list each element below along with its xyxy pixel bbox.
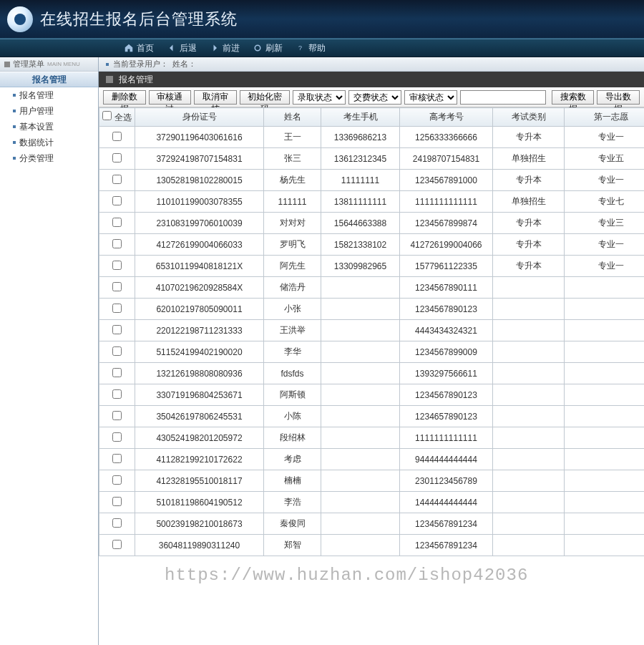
menu-group-title[interactable]: 报名管理 (0, 72, 98, 87)
admit-status-select[interactable]: 录取状态 (293, 90, 346, 105)
cell-name: 储浩丹 (264, 277, 321, 299)
table-row[interactable]: 41070219620928584X储浩丹1234567890111 (99, 277, 645, 299)
sidebar-item-3[interactable]: 数据统计 (0, 135, 98, 150)
table-row[interactable]: 1101011990030783551111111381111111111111… (99, 191, 645, 213)
row-checkbox[interactable] (112, 368, 122, 377)
table-row[interactable]: 510181198604190512李浩1444444444444 (99, 492, 645, 513)
row-checkbox[interactable] (112, 518, 122, 528)
row-checkbox[interactable] (112, 132, 122, 141)
table-row[interactable]: 36048119890311240郑智1234567891234 (99, 535, 645, 556)
cell-exam: 1234567890123 (400, 384, 493, 406)
delete-button[interactable]: 删除数据 (103, 90, 146, 105)
sidebar-item-4[interactable]: 分类管理 (0, 150, 98, 166)
cell-name: 考虑 (264, 449, 321, 470)
cell-id: 65310119940818121X (135, 256, 264, 277)
row-checkbox[interactable] (112, 239, 122, 248)
col-type[interactable]: 考试类别 (493, 108, 565, 127)
row-checkbox[interactable] (112, 218, 122, 227)
row-checkbox[interactable] (112, 175, 122, 184)
table-row[interactable]: 372924198707154831张三13612312345241987071… (99, 148, 645, 170)
nav-refresh-label: 刷新 (265, 42, 283, 54)
nav-forward[interactable]: 前进 (204, 42, 245, 54)
table-row[interactable]: 350426197806245531小陈1234657890123 (99, 406, 645, 427)
pay-status-select[interactable]: 交费状态 (348, 90, 401, 105)
cell-type: 专升本 (493, 256, 565, 277)
row-checkbox[interactable] (112, 261, 122, 270)
sidebar: 管理菜单 MAIN MENU 报名管理 报名管理用户管理基本设置数据统计分类管理 (0, 57, 99, 645)
row-checkbox[interactable] (112, 304, 122, 313)
table-row[interactable]: 511524199402190020李华1234567899009 (99, 341, 645, 363)
dot-icon (106, 63, 109, 66)
cell-phone (321, 406, 400, 427)
table-row[interactable]: 620102197805090011小张1234567890123 (99, 299, 645, 320)
cell-type (493, 341, 565, 363)
nav-back[interactable]: 后退 (161, 42, 203, 54)
select-all-checkbox[interactable] (102, 111, 112, 120)
cell-exam: 1393297566611 (400, 363, 493, 384)
row-checkbox[interactable] (112, 346, 122, 356)
row-checkbox[interactable] (112, 497, 122, 506)
cell-name: 罗明飞 (264, 234, 321, 256)
sidebar-item-2[interactable]: 基本设置 (0, 119, 98, 135)
init-password-button[interactable]: 初始化密码 (240, 90, 290, 105)
row-checkbox[interactable] (112, 475, 122, 485)
audit-status-select[interactable]: 审核状态 (404, 90, 457, 105)
cell-name: 李华 (264, 341, 321, 363)
table-row[interactable]: 500239198210018673秦俊同1234567891234 (99, 513, 645, 535)
col-wish[interactable]: 第一志愿 (565, 108, 645, 127)
row-checkbox[interactable] (112, 153, 122, 163)
nav-help-label: 帮助 (308, 42, 326, 54)
table-row[interactable]: 412726199004066033罗明飞1582133810241272619… (99, 234, 645, 256)
col-phone[interactable]: 考生手机 (321, 108, 400, 127)
row-checkbox[interactable] (112, 540, 122, 549)
cell-phone (321, 427, 400, 449)
table-row[interactable]: 411282199210172622考虑9444444444444 (99, 449, 645, 470)
cell-wish: 专业一 (565, 256, 645, 277)
table-wrap[interactable]: 全选 身份证号 姓名 考生手机 高考考号 考试类别 第一志愿 372901196… (99, 107, 644, 645)
sidebar-item-0[interactable]: 报名管理 (0, 87, 98, 103)
search-input[interactable] (460, 90, 546, 105)
table-row[interactable]: 132126198808080936fdsfds1393297566611 (99, 363, 645, 384)
table-row[interactable]: 412328195510018117楠楠2301123456789 (99, 470, 645, 492)
table-row[interactable]: 372901196403061616王一13369686213125633336… (99, 127, 645, 148)
search-button[interactable]: 搜索数据 (552, 90, 595, 105)
nav-help[interactable]: ? 帮助 (290, 42, 331, 54)
table-row[interactable]: 330719196804253671阿斯顿1234567890123 (99, 384, 645, 406)
row-checkbox[interactable] (112, 325, 122, 334)
help-icon: ? (296, 43, 306, 53)
table-row[interactable]: 430524198201205972段绍林1111111111111 (99, 427, 645, 449)
col-name[interactable]: 姓名 (264, 108, 321, 127)
nav-refresh[interactable]: 刷新 (247, 42, 288, 54)
export-button[interactable]: 导出数据 (597, 90, 640, 105)
row-checkbox[interactable] (112, 454, 122, 463)
menu-icon (4, 62, 10, 67)
table-row[interactable]: 130528198102280015杨先生1111111112345678910… (99, 170, 645, 191)
cell-type (493, 277, 565, 299)
table-row[interactable]: 65310119940818121X阿先生1330998296515779611… (99, 256, 645, 277)
sidebar-item-1[interactable]: 用户管理 (0, 103, 98, 119)
cell-name: 秦俊同 (264, 513, 321, 535)
row-checkbox[interactable] (112, 196, 122, 205)
cell-id: 372901196403061616 (135, 127, 264, 148)
approve-button[interactable]: 审核通过 (149, 90, 192, 105)
logo-icon (7, 6, 33, 32)
row-checkbox[interactable] (112, 282, 122, 291)
row-checkbox[interactable] (112, 432, 122, 442)
col-id[interactable]: 身份证号 (135, 108, 264, 127)
col-exam[interactable]: 高考考号 (400, 108, 493, 127)
cell-id: 430524198201205972 (135, 427, 264, 449)
table-row[interactable]: 231083199706010039对对对1564466338812345678… (99, 213, 645, 234)
refresh-icon (253, 43, 263, 53)
cell-phone: 13369686213 (321, 127, 400, 148)
cancel-approve-button[interactable]: 取消审核 (194, 90, 237, 105)
row-checkbox[interactable] (112, 389, 122, 399)
cell-exam: 1577961122335 (400, 256, 493, 277)
cell-id: 372924198707154831 (135, 148, 264, 170)
nav-home[interactable]: 首页 (118, 42, 160, 54)
cell-name: 小张 (264, 299, 321, 320)
data-table: 全选 身份证号 姓名 考生手机 高考考号 考试类别 第一志愿 372901196… (99, 107, 644, 556)
row-checkbox[interactable] (112, 411, 122, 420)
nav-home-label: 首页 (137, 42, 154, 54)
table-row[interactable]: 220122198711231333王洪举4443434324321 (99, 320, 645, 341)
col-select-all[interactable]: 全选 (99, 108, 135, 127)
